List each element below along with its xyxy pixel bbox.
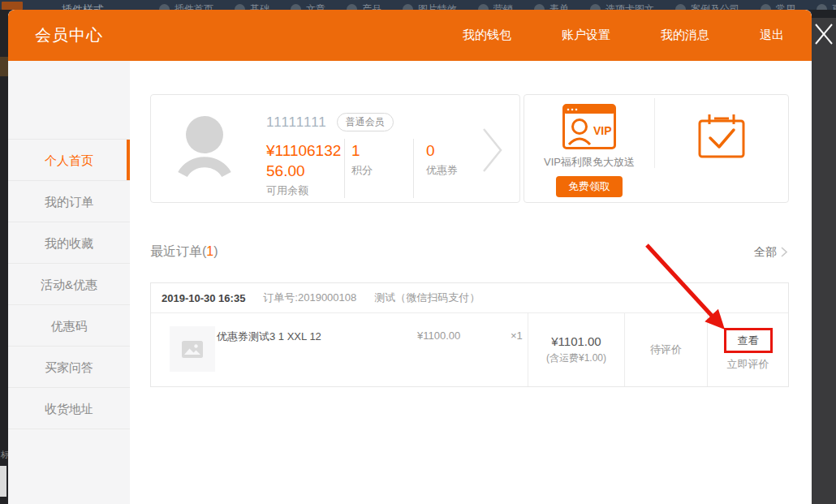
nav-item-wallet[interactable]: 我的钱包 (463, 28, 511, 43)
product-quantity: ×1 (511, 330, 523, 342)
background-nav: 插件首页 基础 文章 产品 图片特效 营销 表单 选项卡图文 案例及公司 常用 … (159, 2, 836, 10)
order-status: 待评价 (650, 342, 682, 357)
username: 11111111 (266, 114, 327, 131)
order-status-cell: 待评价 (624, 313, 707, 386)
circle-icon (761, 4, 771, 10)
annotation-red-box: 查看 (724, 328, 773, 353)
product-thumbnail[interactable] (170, 326, 215, 372)
member-level-badge: 普通会员 (337, 113, 394, 131)
member-center-modal: 会员中心 我的钱包 账户设置 我的消息 退出 个人首页 我的订单 我的收藏 活动… (8, 10, 812, 504)
vip-browser-icon: VIP (562, 104, 616, 149)
modal-body: 个人首页 我的订单 我的收藏 活动&优惠 优惠码 买家问答 收货地址 11111… (8, 61, 812, 504)
svg-text:VIP: VIP (593, 124, 612, 137)
sidebar-item-coupon-code[interactable]: 优惠码 (8, 305, 130, 347)
avatar (174, 113, 235, 183)
circle-icon (590, 4, 601, 10)
points-label: 积分 (351, 163, 413, 178)
background-page-topbar: 插件样式 插件首页 基础 文章 产品 图片特效 营销 表单 选项卡图文 案例及公… (0, 0, 836, 10)
review-now-button[interactable]: 立即评价 (727, 357, 769, 372)
checkin-section (654, 95, 788, 202)
profile-row: 11111111 普通会员 ¥1110613256.00 可用余额 1 积分 (150, 94, 789, 203)
background-logo (2, 2, 23, 10)
view-all-link[interactable]: 全部 (754, 245, 787, 260)
promo-card: VIP VIP福利限免大放送 免费领取 (524, 94, 789, 203)
circle-icon (291, 4, 301, 10)
order-header: 2019-10-30 16:35 订单号:2019000108 测试（微信扫码支… (151, 283, 788, 313)
background-fragment (812, 10, 836, 18)
profile-stats: ¥1110613256.00 可用余额 1 积分 0 优惠券 (266, 139, 474, 198)
product-name[interactable]: 优惠券测试3 1 XXL 12 (217, 330, 321, 344)
profile-card: 11111111 普通会员 ¥1110613256.00 可用余额 1 积分 (150, 94, 520, 203)
orders-section-header: 最近订单(1) 全部 (150, 243, 789, 261)
background-nav-item: 常用 (761, 2, 795, 10)
sidebar-spacer (8, 61, 130, 140)
order-number: 订单号:2019000108 (263, 291, 356, 305)
circle-icon (478, 4, 489, 10)
circle-icon (347, 4, 357, 10)
page-title: 会员中心 (35, 24, 103, 46)
stat-coupons: 0 优惠券 (413, 139, 474, 198)
user-line: 11111111 普通会员 (266, 113, 394, 131)
points-value: 1 (351, 140, 413, 161)
order-total: ¥1101.00 (551, 334, 601, 348)
nav-item-logout[interactable]: 退出 (760, 28, 784, 43)
circle-icon (235, 4, 245, 10)
stat-points: 1 积分 (344, 139, 413, 198)
close-icon[interactable] (814, 22, 834, 46)
sidebar-item-address[interactable]: 收货地址 (8, 388, 130, 429)
orders-count: 1 (206, 244, 213, 258)
image-placeholder-icon (182, 341, 203, 358)
background-nav-item: 营销 (478, 2, 513, 10)
background-nav-item: 插件首页 (159, 2, 213, 10)
product-price: ¥1100.00 (417, 330, 460, 342)
order-total-cell: ¥1101.00 (含运费¥1.00) (528, 313, 624, 386)
chevron-right-icon[interactable] (482, 127, 503, 173)
orders-title: 最近订单(1) (150, 243, 218, 261)
background-nav-label: 插件样式 (62, 2, 104, 10)
circle-icon (534, 4, 545, 10)
balance-label: 可用余额 (266, 183, 344, 198)
coupons-value: 0 (426, 140, 458, 161)
background-nav-item: 案例及公司 (675, 2, 739, 10)
background-fragment (0, 57, 8, 76)
free-claim-button[interactable]: 免费领取 (556, 176, 623, 197)
sidebar-item-orders[interactable]: 我的订单 (8, 181, 130, 222)
order-datetime: 2019-10-30 16:35 (162, 292, 245, 304)
background-nav-item: 表单 (534, 2, 569, 10)
order-product-cell: 优惠券测试3 1 XXL 12 ¥1100.00 ×1 (151, 313, 528, 386)
background-nav-item: 更多 (817, 2, 836, 10)
sidebar: 个人首页 我的订单 我的收藏 活动&优惠 优惠码 买家问答 收货地址 (8, 61, 130, 504)
background-nav-item: 基础 (235, 2, 269, 10)
vip-promo-title: VIP福利限免大放送 (524, 155, 654, 170)
nav-item-account-settings[interactable]: 账户设置 (562, 28, 610, 43)
main-content: 11111111 普通会员 ¥1110613256.00 可用余额 1 积分 (150, 61, 789, 504)
circle-icon (403, 4, 413, 10)
order-actions-cell: 查看 立即评价 (707, 313, 788, 386)
sidebar-item-buyer-qa[interactable]: 买家问答 (8, 347, 130, 388)
circle-icon (675, 4, 686, 10)
balance-value: ¥1110613256.00 (266, 140, 344, 181)
background-page-right-strip (812, 10, 836, 504)
vip-promo: VIP VIP福利限免大放送 免费领取 (524, 95, 654, 202)
sidebar-item-promotions[interactable]: 活动&优惠 (8, 264, 130, 305)
background-nav-item: 图片特效 (403, 2, 457, 10)
circle-icon (159, 4, 170, 10)
circle-icon (817, 4, 827, 10)
header-nav: 我的钱包 账户设置 我的消息 退出 (463, 28, 784, 43)
modal-header: 会员中心 我的钱包 账户设置 我的消息 退出 (8, 10, 812, 61)
background-nav-item: 文章 (291, 2, 325, 10)
shipping-note: (含运费¥1.00) (546, 351, 606, 365)
sidebar-item-home[interactable]: 个人首页 (8, 140, 130, 181)
order-item-row: 优惠券测试3 1 XXL 12 ¥1100.00 ×1 ¥1101.00 (含运… (151, 313, 788, 386)
coupons-label: 优惠券 (426, 163, 458, 178)
background-fragment (0, 466, 6, 497)
background-nav-item: 产品 (347, 2, 381, 10)
chevron-right-icon (781, 247, 787, 257)
stat-balance: ¥1110613256.00 可用余额 (266, 139, 344, 198)
background-nav-item: 选项卡图文 (590, 2, 654, 10)
sidebar-item-favorites[interactable]: 我的收藏 (8, 222, 130, 264)
view-order-button[interactable]: 查看 (738, 334, 759, 347)
order-card: 2019-10-30 16:35 订单号:2019000108 测试（微信扫码支… (150, 282, 789, 387)
calendar-check-icon[interactable] (697, 113, 746, 160)
nav-item-messages[interactable]: 我的消息 (661, 28, 709, 43)
